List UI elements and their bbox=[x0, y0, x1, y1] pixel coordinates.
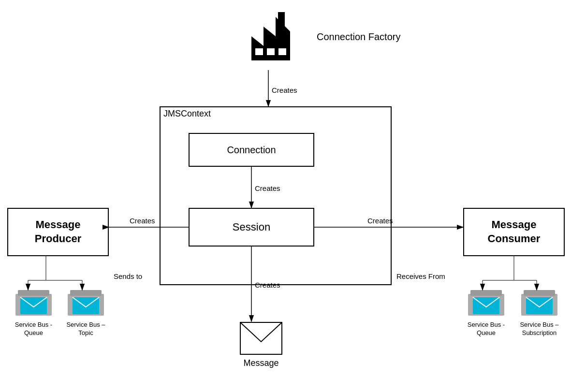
svg-rect-16 bbox=[524, 290, 555, 296]
sb-queue-left-label: Service Bus -Queue bbox=[15, 321, 52, 337]
svg-text:Creates: Creates bbox=[130, 217, 155, 225]
factory-icon bbox=[237, 7, 300, 70]
sb-queue-left: Service Bus -Queue bbox=[11, 290, 57, 337]
svg-rect-10 bbox=[70, 290, 102, 296]
connection-label: Connection bbox=[227, 145, 276, 156]
sb-topic-left-label: Service Bus –Topic bbox=[66, 321, 105, 337]
svg-rect-2 bbox=[267, 48, 275, 55]
session-label: Session bbox=[233, 221, 270, 233]
sb-queue-right: Service Bus -Queue bbox=[463, 290, 509, 337]
sb-topic-left: Service Bus –Topic bbox=[63, 290, 109, 337]
svg-rect-7 bbox=[18, 290, 49, 296]
connection-box: Connection bbox=[189, 133, 314, 167]
message-item: Message bbox=[239, 321, 283, 368]
sb-subscription-right: Service Bus –Subscription bbox=[516, 290, 562, 337]
producer-label: MessageProducer bbox=[35, 218, 82, 246]
consumer-label: MessageConsumer bbox=[488, 218, 541, 246]
sb-queue-right-label: Service Bus -Queue bbox=[468, 321, 505, 337]
factory-label: Connection Factory bbox=[317, 31, 400, 43]
consumer-box: MessageConsumer bbox=[463, 208, 565, 256]
svg-rect-13 bbox=[470, 290, 502, 296]
session-box: Session bbox=[189, 208, 314, 247]
svg-rect-1 bbox=[255, 48, 263, 55]
svg-rect-5 bbox=[240, 322, 282, 354]
producer-box: MessageProducer bbox=[7, 208, 109, 256]
svg-text:Receives From: Receives From bbox=[396, 272, 445, 280]
svg-text:Creates: Creates bbox=[272, 86, 297, 94]
message-label: Message bbox=[243, 358, 278, 368]
sb-subscription-right-label: Service Bus –Subscription bbox=[520, 321, 558, 337]
diagram: Connection Factory JMSContext Connection… bbox=[0, 0, 571, 392]
svg-rect-4 bbox=[278, 12, 285, 27]
jms-context-label: JMSContext bbox=[163, 109, 211, 119]
svg-text:Sends to: Sends to bbox=[114, 272, 142, 280]
svg-rect-3 bbox=[278, 48, 286, 55]
